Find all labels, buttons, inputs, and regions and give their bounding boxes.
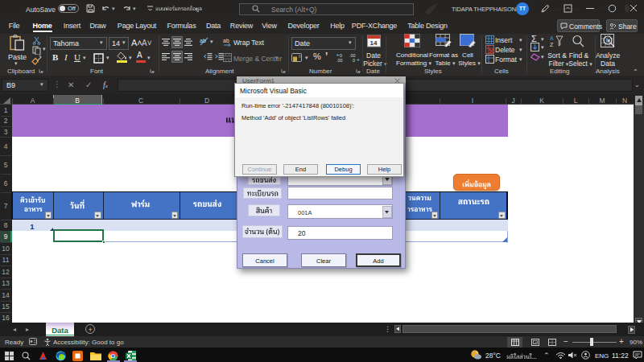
svg-text:ab: ab (200, 38, 206, 43)
svg-text:Z: Z (550, 42, 554, 47)
svg-text:.00: .00 (336, 58, 343, 63)
svg-text:ab: ab (223, 38, 229, 43)
svg-text:14: 14 (370, 39, 378, 47)
svg-text:A: A (550, 35, 554, 41)
svg-text:0: 0 (353, 58, 355, 63)
